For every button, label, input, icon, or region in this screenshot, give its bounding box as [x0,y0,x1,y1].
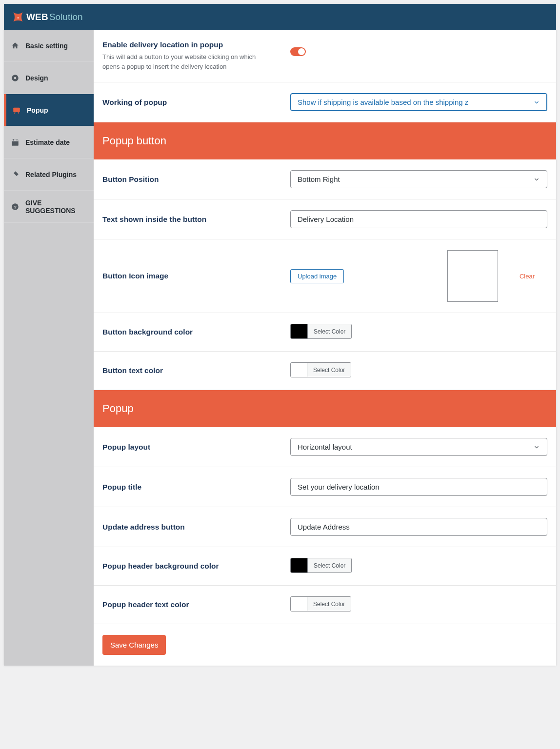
select-color-button[interactable]: Select Color [307,324,351,338]
button-text-label: Text shown inside the button [102,215,290,224]
working-of-popup-label: Working of popup [102,98,290,107]
popup-layout-value: Horizontal layout [298,443,352,451]
popup-header-text-color-picker[interactable]: Select Color [290,596,351,611]
popup-title-input[interactable] [290,478,547,496]
button-text-color-picker[interactable]: Select Color [290,362,351,377]
popup-title-label: Popup title [102,483,290,492]
button-text-color-label: Button text color [102,366,290,375]
select-color-button[interactable]: Select Color [307,597,351,611]
sidebar-item-basic-setting[interactable]: Basic setting [4,30,94,62]
sidebar-item-give-suggestions[interactable]: ? GIVE SUGGESTIONS [4,191,94,223]
working-of-popup-value: Show if shipping is available based on t… [298,98,468,106]
upload-image-button[interactable]: Upload image [290,269,344,283]
brand-web: WEB [26,12,48,22]
svg-rect-4 [13,107,20,112]
button-bg-color-picker[interactable]: Select Color [290,324,352,339]
button-text-input[interactable] [290,210,547,228]
popup-layout-select[interactable]: Horizontal layout [290,438,547,456]
popup-header-text-label: Popup header text color [102,600,290,609]
palette-icon [11,74,20,82]
sidebar-item-design[interactable]: Design [4,62,94,94]
chevron-down-icon [533,99,540,106]
plug-icon [11,170,20,179]
sidebar-item-label: Related Plugins [25,171,77,178]
calendar-icon [11,138,20,147]
popup-layout-label: Popup layout [102,443,290,452]
sidebar-item-label: Design [25,74,48,82]
sidebar-item-label: Estimate date [25,138,70,146]
sidebar-item-label: Basic setting [25,42,68,50]
popup-icon [12,106,21,115]
button-position-select[interactable]: Bottom Right [290,170,547,188]
update-address-label: Update address button [102,523,290,532]
brand-logo: π WEB Solution [11,10,83,24]
working-of-popup-select[interactable]: Show if shipping is available based on t… [290,93,547,111]
clear-icon-link[interactable]: Clear [520,273,535,280]
popup-header-bg-label: Popup header background color [102,562,290,571]
color-swatch [291,597,307,611]
select-color-button[interactable]: Select Color [307,558,351,572]
enable-delivery-toggle[interactable] [290,47,306,56]
sidebar-item-label: Popup [27,106,48,114]
color-swatch [291,558,307,572]
group-header-popup-button: Popup button [94,122,556,159]
svg-point-3 [14,77,17,79]
save-changes-button[interactable]: Save Changes [102,635,166,655]
chevron-down-icon [533,176,540,183]
color-swatch [291,363,307,377]
button-position-label: Button Position [102,175,290,184]
button-icon-label: Button Icon image [102,272,290,280]
sidebar-item-estimate-date[interactable]: Estimate date [4,126,94,158]
group-header-popup: Popup [94,390,556,427]
svg-text:?: ? [14,204,17,209]
button-bg-color-label: Button background color [102,328,290,336]
brand-solution: Solution [49,12,83,22]
logo-icon: π [11,10,25,24]
sidebar-item-related-plugins[interactable]: Related Plugins [4,158,94,191]
select-color-button[interactable]: Select Color [307,363,351,377]
sidebar-item-popup[interactable]: Popup [4,94,94,126]
enable-delivery-desc: This will add a button to your website c… [102,52,273,71]
color-swatch [291,324,307,338]
question-icon: ? [11,202,20,211]
settings-content: Enable delivery location in popup This w… [94,30,556,666]
update-address-input[interactable] [290,518,547,536]
popup-header-bg-color-picker[interactable]: Select Color [290,558,352,573]
chevron-down-icon [533,444,540,451]
top-bar: π WEB Solution [4,4,556,30]
button-position-value: Bottom Right [298,175,340,183]
enable-delivery-title: Enable delivery location in popup [102,40,290,49]
home-icon [11,41,20,50]
sidebar: Basic setting Design Popup Estimate date… [4,30,94,666]
icon-image-preview [447,250,498,302]
svg-rect-6 [12,139,19,141]
sidebar-item-label: GIVE SUGGESTIONS [25,199,87,215]
